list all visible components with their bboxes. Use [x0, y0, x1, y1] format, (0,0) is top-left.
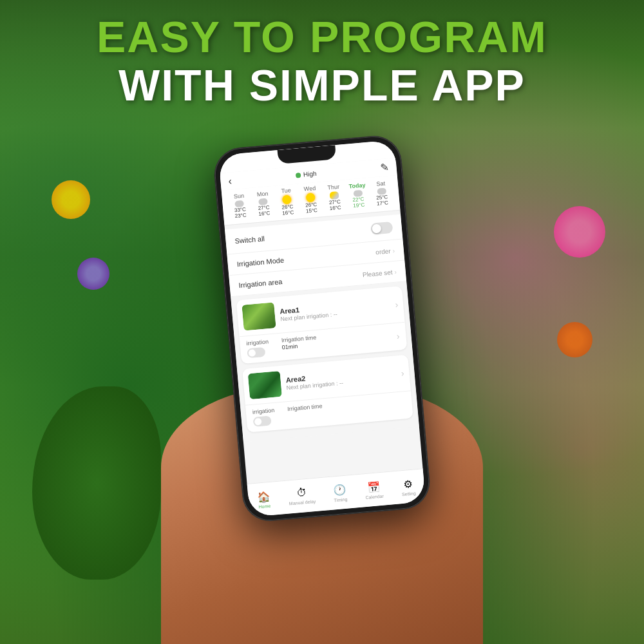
- nav-item-home[interactable]: 🏠 Home: [257, 490, 271, 509]
- switch-all-label: Switch all: [234, 234, 265, 245]
- edit-button[interactable]: ✎: [380, 161, 390, 174]
- weather-day-today: Today 22°C 19°C: [345, 182, 371, 209]
- signal-icon: [296, 172, 301, 178]
- irrigation-area-value: Please set: [362, 269, 392, 278]
- day-name-mon: Mon: [257, 191, 269, 198]
- area-1-irrigation-control: irrigation: [246, 338, 270, 358]
- flower-decoration-3: [77, 258, 109, 290]
- weather-day-sat: Sat 25°C 17°C: [369, 180, 395, 207]
- areas-section: Area1 Next plan irrigation : -- › irriga…: [231, 281, 419, 442]
- flower-decoration-4: [557, 322, 592, 357]
- weather-day-wed: Wed 26°C 15°C: [298, 184, 324, 214]
- flower-decoration-2: [554, 206, 605, 258]
- area-2-image: [248, 371, 282, 399]
- area-2-irrigation-control: irrigation: [252, 407, 276, 427]
- day-name-sun: Sun: [234, 193, 245, 200]
- irrigation-area-label: Irrigation area: [238, 278, 283, 289]
- temp-low-mon: 16°C: [258, 210, 270, 217]
- temp-low-sat: 17°C: [377, 200, 389, 207]
- irrigation-mode-label: Irrigation Mode: [236, 256, 284, 268]
- area-1-detail-right: ›: [396, 327, 401, 345]
- nav-label-setting: Setting: [402, 491, 416, 497]
- area-2-time-label: Irrigation time: [287, 402, 323, 412]
- title-line2: WITH SIMPLE APP: [0, 61, 644, 109]
- day-name-wed: Wed: [303, 185, 316, 193]
- home-icon: 🏠: [257, 490, 271, 504]
- area-1-image: [242, 302, 276, 330]
- phone-screen: ‹ High ✎ Sun 33°C 23°C: [218, 140, 426, 517]
- temp-low-sun: 23°C: [234, 213, 247, 220]
- sun-icon-tue: [282, 194, 292, 204]
- day-name-thur: Thur: [327, 184, 339, 191]
- area-2-toggle-knob: [254, 418, 262, 426]
- irrigation-mode-value: order: [375, 247, 391, 256]
- nav-label-home: Home: [258, 504, 270, 509]
- nav-label-manual: Manual delay: [289, 499, 316, 506]
- nav-item-calendar[interactable]: 📅 Calendar: [364, 480, 384, 499]
- area-1-thumbnail: [242, 302, 276, 330]
- area-2-info: Area2 Next plan irrigation : --: [285, 366, 397, 391]
- nav-item-timing[interactable]: 🕐 Timing: [332, 483, 347, 502]
- irrigation-mode-value-container: order ›: [375, 247, 395, 256]
- nav-item-setting[interactable]: ⚙ Setting: [401, 477, 416, 497]
- day-name-tue: Tue: [281, 187, 291, 194]
- phone-container: ‹ High ✎ Sun 33°C 23°C: [213, 134, 431, 522]
- area-2-irrigation-toggle[interactable]: [253, 415, 272, 426]
- signal-label: High: [303, 170, 316, 178]
- area-2-chevron-icon: ›: [401, 368, 404, 378]
- area-card-1: Area1 Next plan irrigation : -- › irriga…: [236, 286, 408, 364]
- temp-low-thur: 16°C: [329, 205, 341, 212]
- area-1-irrigation-toggle[interactable]: [247, 347, 265, 358]
- temp-low-today: 19°C: [353, 202, 365, 209]
- weather-day-tue: Tue 26°C 16°C: [274, 186, 300, 216]
- day-name-today: Today: [348, 182, 366, 189]
- calendar-icon: 📅: [366, 480, 381, 494]
- area-2-irrigation-label: irrigation: [252, 407, 274, 415]
- timing-icon: 🕐: [333, 483, 347, 497]
- temp-low-tue: 16°C: [282, 209, 294, 216]
- area-1-time-chevron-icon: ›: [396, 331, 400, 341]
- weather-day-mon: Mon 27°C 16°C: [251, 190, 276, 218]
- area-1-chevron-icon: ›: [395, 299, 399, 310]
- nav-label-calendar: Calendar: [365, 493, 384, 499]
- manual-delay-icon: ⏱: [296, 487, 308, 499]
- irrigation-area-value-container: Please set ›: [362, 268, 397, 278]
- area-card-2: Area2 Next plan irrigation : -- › irriga…: [242, 355, 413, 433]
- title-container: EASY TO PROGRAM WITH SIMPLE APP: [0, 13, 644, 109]
- weather-day-sun: Sun 33°C 23°C: [227, 192, 252, 220]
- sun-icon-wed: [306, 193, 316, 202]
- chevron-right-icon: ›: [392, 247, 395, 254]
- area-2-time-control[interactable]: Irrigation time: [287, 402, 324, 424]
- area-2-thumbnail: [248, 371, 282, 399]
- switch-all-toggle[interactable]: [370, 222, 393, 235]
- area-1-toggle-knob: [248, 349, 256, 357]
- nav-label-timing: Timing: [334, 497, 347, 502]
- chevron-right-icon-2: ›: [394, 268, 397, 275]
- nav-item-manual[interactable]: ⏱ Manual delay: [288, 486, 316, 506]
- area-1-time-control[interactable]: Irrigation time 01min: [281, 334, 317, 355]
- flower-decoration-1: [52, 180, 90, 219]
- area-1-info: Area1 Next plan irrigation : --: [279, 298, 391, 322]
- title-line1: EASY TO PROGRAM: [0, 13, 644, 61]
- day-name-sat: Sat: [376, 180, 385, 187]
- weather-day-thur: Thur 27°C 16°C: [321, 183, 347, 212]
- toggle-knob: [372, 223, 381, 233]
- area-1-irrigation-label: irrigation: [246, 338, 269, 346]
- setting-icon: ⚙: [403, 477, 413, 490]
- temp-low-wed: 15°C: [306, 207, 318, 214]
- phone-frame: ‹ High ✎ Sun 33°C 23°C: [213, 134, 431, 522]
